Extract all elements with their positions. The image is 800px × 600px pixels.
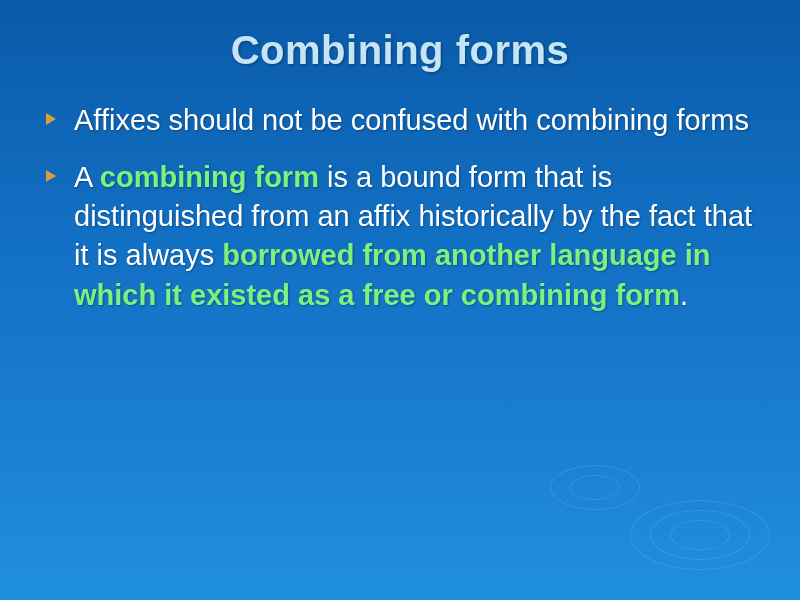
list-item: A combining form is a bound form that is…: [40, 158, 760, 315]
slide-container: Combining forms Affixes should not be co…: [0, 0, 800, 600]
bullet-highlight: combining form: [100, 161, 319, 193]
slide-title: Combining forms: [40, 28, 760, 73]
list-item: Affixes should not be confused with comb…: [40, 101, 760, 140]
bullet-text: Affixes should not be confused with comb…: [74, 104, 749, 136]
bullet-text: A: [74, 161, 100, 193]
bullet-list: Affixes should not be confused with comb…: [40, 101, 760, 315]
bullet-text: .: [680, 279, 688, 311]
